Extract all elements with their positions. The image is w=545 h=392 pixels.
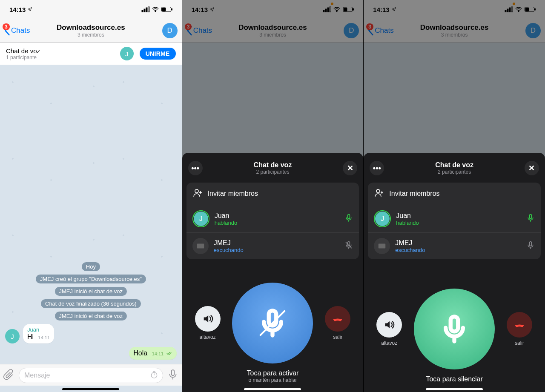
home-indicator[interactable] bbox=[62, 388, 119, 390]
screen-voice-muted: 14:13 3Chats Downloadsource.es3 miembros… bbox=[182, 0, 364, 392]
svg-rect-9 bbox=[171, 370, 174, 375]
group-avatar[interactable]: D bbox=[162, 23, 178, 38]
speaker-icon bbox=[383, 319, 395, 331]
voice-chat-sheet: ••• Chat de voz 2 participantes ✕ Invita… bbox=[364, 153, 545, 392]
voice-controls: altavoz salir bbox=[368, 281, 541, 371]
message-time: 14:11 bbox=[152, 351, 164, 356]
svg-rect-32 bbox=[529, 215, 531, 219]
home-indicator[interactable] bbox=[426, 388, 483, 390]
status-bar: 14:13 bbox=[0, 0, 182, 19]
system-message: JMEJ inició el chat de voz bbox=[55, 312, 127, 320]
join-button[interactable]: UNIRME bbox=[140, 48, 176, 60]
read-checks-icon bbox=[166, 351, 172, 355]
mute-toggle-button[interactable] bbox=[232, 283, 313, 363]
sheet-title: Chat de voz bbox=[435, 161, 473, 169]
screen-voice-active: 14:13 3Chats Downloadsource.es3 miembros… bbox=[363, 0, 545, 392]
sender-name: Juan bbox=[27, 326, 50, 333]
speaker-label: altavoz bbox=[200, 334, 216, 340]
location-icon bbox=[27, 7, 32, 12]
mute-caption-line1: Toca para activar bbox=[186, 369, 359, 377]
date-pill: Hoy bbox=[82, 262, 100, 271]
participant-status: hablando bbox=[215, 220, 238, 226]
more-button[interactable]: ••• bbox=[188, 161, 203, 175]
invite-label: Invitar miembros bbox=[389, 190, 439, 197]
mute-toggle-button[interactable] bbox=[414, 289, 495, 369]
sender-avatar[interactable]: J bbox=[5, 329, 20, 343]
svg-rect-20 bbox=[197, 244, 204, 249]
participant-avatar bbox=[374, 238, 390, 254]
participant-row[interactable]: J Juanhablando bbox=[368, 205, 541, 232]
close-button[interactable]: ✕ bbox=[343, 161, 357, 175]
wifi-icon bbox=[152, 7, 159, 12]
svg-rect-6 bbox=[162, 8, 166, 11]
vc-banner-title: Chat de voz bbox=[6, 47, 40, 54]
message-text: Hola bbox=[133, 349, 147, 357]
speaking-pulse: J bbox=[192, 210, 209, 227]
close-button[interactable]: ✕ bbox=[525, 161, 539, 175]
speaker-icon bbox=[202, 313, 214, 325]
system-message: Chat de voz finalizado (36 segundos) bbox=[41, 299, 141, 308]
system-message: JMEJ inició el chat de voz bbox=[55, 287, 127, 296]
message-input[interactable]: Mensaje bbox=[19, 368, 163, 383]
speaking-pulse: J bbox=[374, 210, 391, 227]
mic-on-icon bbox=[526, 213, 535, 224]
back-button[interactable]: 3 Chats bbox=[4, 26, 30, 35]
mic-muted-icon bbox=[344, 240, 353, 252]
chat-body[interactable]: Hoy JMEJ creó el grupo "Downloadsource.e… bbox=[0, 65, 182, 364]
svg-rect-7 bbox=[171, 9, 172, 11]
leave-label: salir bbox=[515, 340, 524, 346]
svg-rect-3 bbox=[148, 7, 149, 12]
attach-icon[interactable] bbox=[3, 369, 14, 382]
mic-icon[interactable] bbox=[167, 369, 178, 382]
participants-card: Invitar miembros J Juanhablando JMEJescu… bbox=[368, 183, 541, 259]
sheet-subtitle: 2 participantes bbox=[254, 169, 292, 175]
input-bar: Mensaje bbox=[0, 364, 182, 386]
leave-button[interactable]: salir bbox=[507, 312, 532, 346]
svg-rect-19 bbox=[348, 215, 350, 219]
back-label: Chats bbox=[11, 26, 30, 35]
participant-status: hablando bbox=[396, 220, 419, 226]
speaker-button[interactable]: altavoz bbox=[195, 306, 221, 340]
invite-icon bbox=[192, 188, 203, 200]
svg-rect-34 bbox=[529, 242, 531, 246]
participant-row[interactable]: J Juanhablando bbox=[186, 205, 359, 232]
svg-rect-33 bbox=[379, 244, 386, 249]
svg-point-4 bbox=[155, 11, 155, 11]
message-row-out: Hola 14:11 bbox=[0, 345, 182, 361]
input-placeholder: Mensaje bbox=[24, 372, 50, 379]
home-indicator[interactable] bbox=[244, 388, 301, 390]
invite-row[interactable]: Invitar miembros bbox=[186, 183, 359, 205]
chat-navbar: 3 Chats Downloadsource.es 3 miembros D bbox=[0, 19, 182, 43]
vc-participant-avatar: J bbox=[120, 47, 134, 60]
mic-icon bbox=[439, 314, 469, 344]
message-bubble-out[interactable]: Hola 14:11 bbox=[129, 347, 176, 360]
leave-label: salir bbox=[333, 334, 342, 340]
participant-name: Juan bbox=[396, 212, 419, 220]
voice-controls: altavoz salir bbox=[186, 275, 359, 365]
voice-chat-banner: Chat de voz 1 participante J UNIRME bbox=[0, 43, 182, 65]
sheet-subtitle: 2 participantes bbox=[435, 169, 473, 175]
speaker-button[interactable]: altavoz bbox=[376, 312, 402, 346]
invite-row[interactable]: Invitar miembros bbox=[368, 183, 541, 205]
svg-rect-0 bbox=[142, 10, 143, 12]
svg-point-18 bbox=[195, 189, 198, 193]
status-time: 14:13 bbox=[9, 6, 26, 13]
sheet-title: Chat de voz bbox=[254, 161, 292, 169]
system-message: JMEJ creó el grupo "Downloadsource.es" bbox=[36, 275, 146, 283]
participants-card: Invitar miembros J Juanhablando JMEJescu… bbox=[186, 183, 359, 259]
participant-row[interactable]: JMEJescuchando bbox=[368, 232, 541, 259]
message-row-in: J Juan Hi 14:11 bbox=[0, 322, 182, 345]
svg-rect-2 bbox=[146, 8, 147, 12]
unread-badge: 3 bbox=[3, 23, 10, 30]
mic-icon bbox=[526, 240, 535, 252]
participant-status: escuchando bbox=[395, 247, 425, 253]
participant-row[interactable]: JMEJescuchando bbox=[186, 232, 359, 259]
hangup-icon bbox=[332, 313, 344, 325]
vc-banner-sub: 1 participante bbox=[6, 54, 40, 60]
leave-button[interactable]: salir bbox=[325, 306, 350, 340]
more-button[interactable]: ••• bbox=[370, 161, 384, 175]
message-text: Hi bbox=[27, 333, 34, 340]
timer-icon[interactable] bbox=[150, 370, 158, 381]
message-bubble-in[interactable]: Juan Hi 14:11 bbox=[23, 324, 54, 343]
participant-name: JMEJ bbox=[214, 239, 244, 247]
